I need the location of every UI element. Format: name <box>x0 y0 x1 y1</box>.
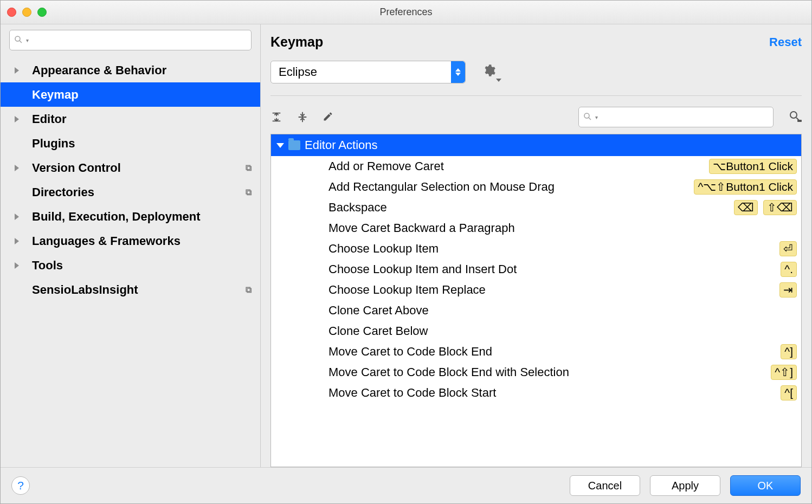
preferences-window: Preferences ▾ Appearance & Behavior <box>0 0 812 504</box>
shortcut-badge: ^⇧] <box>771 365 797 380</box>
action-row[interactable]: Add Rectangular Selection on Mouse Drag^… <box>271 177 801 197</box>
sidebar-item-label: Version Control <box>32 161 121 175</box>
shortcut-badge: ^[ <box>781 385 797 400</box>
collapse-all-icon[interactable] <box>297 111 308 123</box>
keymap-scheme-select[interactable]: Eclipse <box>270 61 466 83</box>
action-tree[interactable]: Editor Actions Add or Remove Caret⌥Butto… <box>270 134 802 467</box>
sidebar-item-label: Build, Execution, Deployment <box>32 210 200 224</box>
action-row[interactable]: Choose Lookup Item and Insert Dot^. <box>271 259 801 280</box>
shortcut-group: ^⇧] <box>771 365 797 380</box>
sidebar-item-plugins[interactable]: Plugins <box>1 131 260 156</box>
action-label: Choose Lookup Item Replace <box>328 283 779 297</box>
action-label: Add or Remove Caret <box>328 159 709 173</box>
sidebar-item-languages-frameworks[interactable]: Languages & Frameworks <box>1 229 260 253</box>
action-label: Clone Caret Below <box>328 324 797 338</box>
sidebar-item-label: Tools <box>32 259 63 273</box>
expand-icon <box>15 67 19 74</box>
action-label: Clone Caret Above <box>328 303 797 318</box>
action-label: Move Caret to Code Block Start <box>328 386 781 400</box>
svg-point-4 <box>790 112 797 118</box>
shortcut-badge: ⇧⌫ <box>763 200 797 215</box>
sidebar-item-label: Editor <box>32 112 67 126</box>
sidebar-item-appearance-behavior[interactable]: Appearance & Behavior <box>1 58 260 82</box>
shortcut-badge: ⌥Button1 Click <box>709 159 797 174</box>
expand-all-icon[interactable] <box>270 111 282 123</box>
sidebar-item-label: SensioLabsInsight <box>32 283 138 297</box>
action-row[interactable]: Add or Remove Caret⌥Button1 Click <box>271 156 801 177</box>
svg-rect-6 <box>797 120 802 122</box>
action-label: Choose Lookup Item and Insert Dot <box>328 262 781 276</box>
group-label: Editor Actions <box>305 138 378 152</box>
folder-icon <box>288 140 300 150</box>
search-icon <box>583 112 593 122</box>
svg-line-3 <box>589 118 591 120</box>
help-button[interactable]: ? <box>11 476 30 495</box>
shortcut-group: ^. <box>781 262 797 277</box>
svg-point-0 <box>15 36 20 41</box>
shortcut-badge: ^] <box>781 344 797 359</box>
shortcut-group: ^] <box>781 344 797 359</box>
cancel-button[interactable]: Cancel <box>570 475 640 496</box>
shortcut-group: ⌥Button1 Click <box>709 159 797 174</box>
find-by-shortcut-icon[interactable] <box>789 110 802 125</box>
action-label: Add Rectangular Selection on Mouse Drag <box>328 180 694 194</box>
shortcut-badge: ^. <box>781 262 797 277</box>
expand-icon <box>15 238 19 244</box>
sidebar: ▾ Appearance & Behavior Keymap Editor Pl… <box>1 24 261 467</box>
shortcut-badge: ⌫ <box>734 200 758 215</box>
sidebar-item-sensiolabs[interactable]: SensioLabsInsight ⧉ <box>1 277 260 302</box>
gear-icon[interactable] <box>482 63 496 81</box>
action-label: Backspace <box>328 201 734 215</box>
reset-link[interactable]: Reset <box>769 35 802 49</box>
shortcut-group: ⏎ <box>779 241 797 256</box>
group-editor-actions[interactable]: Editor Actions <box>271 134 801 156</box>
expand-icon <box>15 116 19 122</box>
action-search-input[interactable] <box>598 112 769 122</box>
project-scope-icon: ⧉ <box>246 163 252 173</box>
shortcut-group: ⇥ <box>779 282 797 298</box>
expand-icon <box>15 262 19 269</box>
shortcut-badge: ^⌥⇧Button1 Click <box>694 179 797 195</box>
sidebar-item-keymap[interactable]: Keymap <box>1 82 260 107</box>
shortcut-group: ^⌥⇧Button1 Click <box>694 179 797 195</box>
titlebar: Preferences <box>1 1 811 24</box>
window-title: Preferences <box>1 7 811 18</box>
action-row[interactable]: Move Caret to Code Block Start^[ <box>271 383 801 403</box>
svg-line-1 <box>20 41 22 43</box>
main-panel: Keymap Reset Eclipse <box>261 24 811 467</box>
page-title: Keymap <box>270 34 323 50</box>
action-row[interactable]: Move Caret to Code Block End with Select… <box>271 362 801 383</box>
ok-button[interactable]: OK <box>730 475 801 496</box>
sidebar-item-directories[interactable]: Directories ⧉ <box>1 180 260 204</box>
sidebar-search-input[interactable] <box>29 35 247 46</box>
action-row[interactable]: Move Caret Backward a Paragraph <box>271 218 801 238</box>
action-row[interactable]: Choose Lookup Item Replace⇥ <box>271 280 801 300</box>
action-label: Choose Lookup Item <box>328 242 779 256</box>
action-row[interactable]: Clone Caret Below <box>271 321 801 341</box>
sidebar-item-label: Appearance & Behavior <box>32 63 166 77</box>
sidebar-item-tools[interactable]: Tools <box>1 253 260 277</box>
project-scope-icon: ⧉ <box>246 285 252 295</box>
action-row[interactable]: Choose Lookup Item⏎ <box>271 238 801 259</box>
project-scope-icon: ⧉ <box>246 188 252 197</box>
edit-icon[interactable] <box>323 111 333 123</box>
sidebar-item-label: Plugins <box>32 137 75 151</box>
action-search[interactable]: ▾ <box>578 107 774 127</box>
stepper-icon <box>451 61 465 83</box>
sidebar-item-editor[interactable]: Editor <box>1 107 260 131</box>
action-label: Move Caret to Code Block End with Select… <box>328 365 771 379</box>
action-label: Move Caret Backward a Paragraph <box>328 221 797 235</box>
action-row[interactable]: Backspace⌫⇧⌫ <box>271 197 801 218</box>
sidebar-item-label: Directories <box>32 185 94 199</box>
scheme-value: Eclipse <box>279 65 317 79</box>
action-row[interactable]: Clone Caret Above <box>271 300 801 321</box>
sidebar-item-label: Languages & Frameworks <box>32 234 181 248</box>
sidebar-item-version-control[interactable]: Version Control ⧉ <box>1 156 260 180</box>
sidebar-search[interactable]: ▾ <box>9 30 252 50</box>
shortcut-group: ^[ <box>781 385 797 400</box>
action-row[interactable]: Move Caret to Code Block End^] <box>271 341 801 362</box>
sidebar-item-build-execution-deployment[interactable]: Build, Execution, Deployment <box>1 204 260 229</box>
apply-button[interactable]: Apply <box>650 475 720 496</box>
dialog-buttons: ? Cancel Apply OK <box>1 467 811 503</box>
expand-icon <box>15 165 19 171</box>
